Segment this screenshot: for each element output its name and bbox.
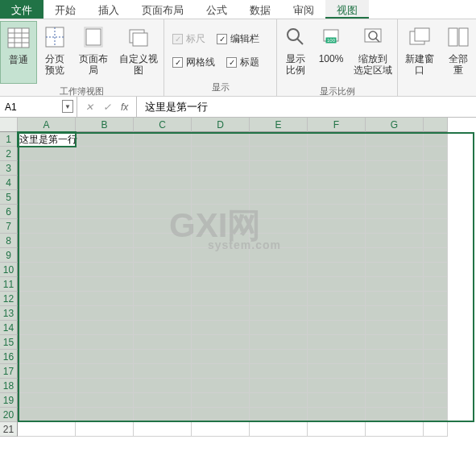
cell[interactable] [424,277,448,292]
cell[interactable] [366,190,424,205]
row-header[interactable]: 5 [0,190,18,205]
cell[interactable] [308,190,366,205]
cell[interactable] [76,408,134,422]
cell[interactable] [18,321,76,335]
new-window-button[interactable]: 新建窗口 [398,21,441,84]
cell[interactable]: 这里是第一行 [18,132,76,147]
cell[interactable] [424,306,448,321]
cell[interactable] [424,335,448,350]
cell[interactable] [424,190,448,205]
row-header[interactable]: 17 [0,364,18,379]
cell[interactable] [192,335,250,350]
cell[interactable] [366,321,424,335]
cell[interactable] [308,379,366,393]
tab-file[interactable]: 文件 [0,0,43,19]
cell[interactable] [76,393,134,408]
cell[interactable] [250,364,308,379]
cell[interactable] [76,161,134,176]
cell[interactable] [18,364,76,379]
column-header[interactable]: D [192,118,250,132]
row-header[interactable]: 10 [0,263,18,277]
cell[interactable] [308,408,366,422]
column-header[interactable]: A [18,118,76,132]
cell[interactable] [250,263,308,277]
cell[interactable] [192,205,250,219]
cell[interactable] [250,248,308,263]
cell[interactable] [366,132,424,147]
cell[interactable] [366,306,424,321]
cell[interactable] [76,364,134,379]
cell[interactable] [308,234,366,248]
cell[interactable] [424,263,448,277]
cell[interactable] [308,147,366,161]
row-header[interactable]: 7 [0,219,18,234]
cell[interactable] [250,393,308,408]
tab-home[interactable]: 开始 [43,0,87,19]
cell[interactable] [134,364,192,379]
cell[interactable] [366,292,424,306]
cell[interactable] [134,234,192,248]
cell[interactable] [134,422,192,437]
cell[interactable] [250,306,308,321]
cell[interactable] [134,161,192,176]
cell[interactable] [76,422,134,437]
cell[interactable] [192,234,250,248]
tab-view[interactable]: 视图 [325,0,369,19]
cell[interactable] [76,263,134,277]
tab-formulas[interactable]: 公式 [195,0,238,19]
cell[interactable] [134,147,192,161]
cell[interactable] [308,364,366,379]
cell[interactable] [76,350,134,364]
enter-formula-icon[interactable]: ✓ [103,102,111,113]
row-header[interactable]: 18 [0,379,18,393]
cell[interactable] [366,277,424,292]
headings-checkbox[interactable]: ✓ 标题 [226,56,259,69]
cell[interactable] [308,219,366,234]
cell[interactable] [366,263,424,277]
gridlines-checkbox[interactable]: ✓ 网格线 [172,56,215,69]
cell[interactable] [424,205,448,219]
custom-views-button[interactable]: 自定义视图 [114,21,163,84]
cell[interactable] [250,190,308,205]
zoom-to-selection-button[interactable]: 缩放到 选定区域 [349,21,397,84]
cell[interactable] [250,234,308,248]
cell[interactable] [18,422,76,437]
cell[interactable] [76,306,134,321]
cell[interactable] [134,379,192,393]
column-header[interactable]: G [366,118,424,132]
formula-input[interactable]: 这里是第一行 [137,100,476,114]
cell[interactable] [18,393,76,408]
cell[interactable] [192,350,250,364]
column-header[interactable]: B [76,118,134,132]
cell[interactable] [192,190,250,205]
cell[interactable] [308,277,366,292]
cell[interactable] [424,234,448,248]
cell[interactable] [366,350,424,364]
cell[interactable] [366,176,424,190]
cell[interactable] [134,176,192,190]
cell[interactable] [366,205,424,219]
cell[interactable] [134,205,192,219]
cell[interactable] [308,393,366,408]
formula-bar-checkbox[interactable]: ✓ 编辑栏 [217,32,259,46]
column-header[interactable]: C [134,118,192,132]
name-box[interactable]: A1 ▼ [0,97,77,117]
cell[interactable] [424,147,448,161]
cell[interactable] [308,176,366,190]
cell[interactable] [250,408,308,422]
cell[interactable] [134,263,192,277]
row-header[interactable]: 3 [0,161,18,176]
cell[interactable] [424,132,448,147]
row-header[interactable]: 11 [0,277,18,292]
cell[interactable] [18,190,76,205]
cell[interactable] [76,234,134,248]
cell[interactable] [308,263,366,277]
column-header[interactable]: E [250,118,308,132]
cell[interactable] [134,190,192,205]
cell[interactable] [424,248,448,263]
row-header[interactable]: 6 [0,205,18,219]
cell[interactable] [192,379,250,393]
cell[interactable] [192,132,250,147]
cell[interactable] [424,219,448,234]
cell[interactable] [366,248,424,263]
